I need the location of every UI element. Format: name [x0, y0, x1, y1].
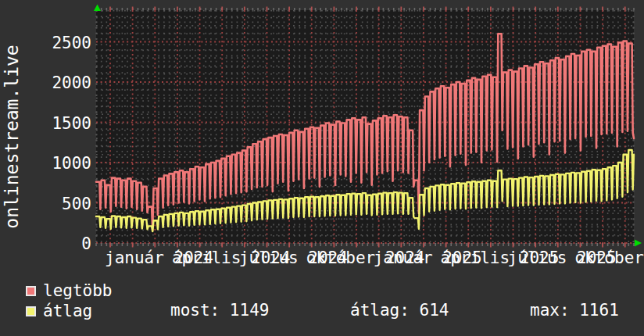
stat-atlag: átlag: 614: [350, 302, 449, 319]
y-tick-label: 500: [29, 196, 91, 213]
y-axis-arrow-icon: [94, 5, 101, 12]
stat-most: most: 1149: [170, 302, 269, 319]
x-tick-label: október 2025: [574, 250, 644, 266]
y-axis-title: onlinestream.live: [2, 12, 22, 262]
legend-label-max: legtöbb: [43, 283, 113, 299]
y-tick-label: 2000: [29, 75, 91, 91]
y-tick-label: 1500: [29, 116, 91, 132]
y-tick-label: 0: [29, 236, 91, 252]
legend-swatch-max: [26, 286, 36, 296]
y-tick-label: 1000: [29, 155, 91, 172]
stat-max: max: 1161: [530, 302, 619, 319]
y-tick-label: 2500: [29, 35, 91, 52]
legend-label-avg: átlag: [43, 303, 92, 320]
x-axis-arrow-icon: [635, 240, 642, 247]
legend-swatch-avg: [26, 306, 36, 316]
